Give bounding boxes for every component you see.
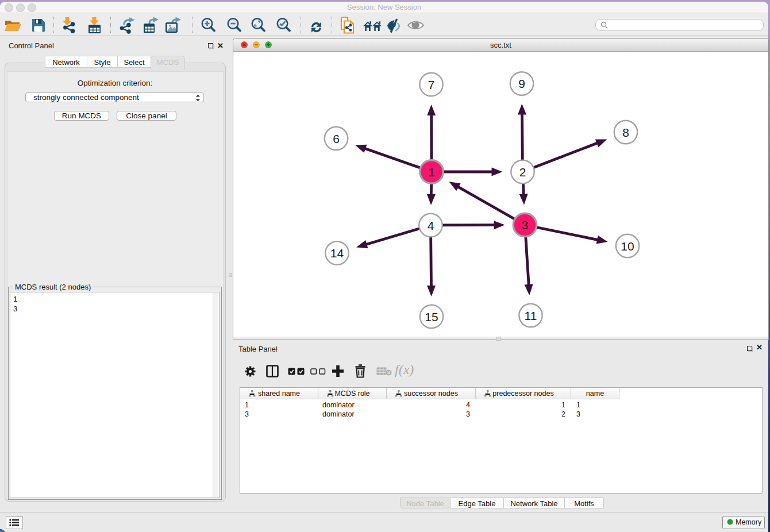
- svg-text:10: 10: [621, 240, 634, 253]
- svg-text:3: 3: [522, 218, 529, 232]
- svg-text:7: 7: [428, 78, 435, 91]
- svg-text:1: 1: [428, 165, 435, 179]
- svg-text:14: 14: [330, 246, 344, 260]
- svg-text:9: 9: [518, 77, 525, 90]
- svg-text:15: 15: [425, 310, 438, 323]
- svg-text:4: 4: [428, 219, 434, 232]
- svg-text:2: 2: [519, 165, 526, 179]
- svg-text:8: 8: [622, 126, 629, 139]
- svg-text:11: 11: [525, 309, 537, 322]
- svg-text:6: 6: [333, 132, 340, 145]
